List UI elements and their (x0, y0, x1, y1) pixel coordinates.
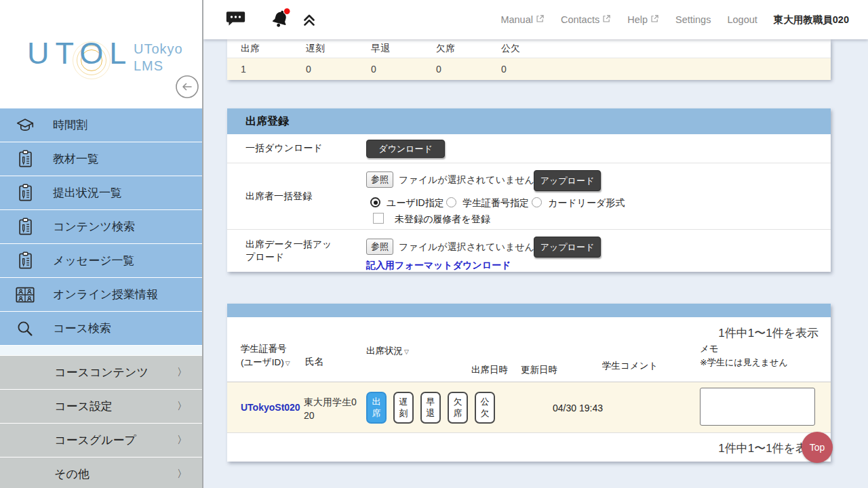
current-user-name: 東大用教職員020 (774, 14, 849, 26)
radio-card-reader[interactable] (532, 197, 542, 207)
table-row: UTokyoSt020 東大用学生020 出席 遅刻 早退 欠席 公欠 04/3… (227, 382, 831, 433)
magnifier-icon (14, 319, 37, 338)
summary-values-row: 1 0 0 0 0 (227, 58, 831, 80)
radio-student-card-number-label[interactable]: 学生証番号指定 (462, 197, 529, 209)
result-count-top: 1件中1〜1件を表示 (718, 325, 818, 341)
chevron-right-icon: 〉 (177, 400, 187, 413)
sidebar-divider-strip (0, 346, 202, 355)
notification-dot (284, 8, 290, 14)
settings-link[interactable]: Settings (675, 14, 711, 25)
upload-button[interactable]: アップロード (534, 170, 601, 191)
attendance-register-panel: 出席登録 一括ダウンロード ダウンロード 出席者一括登録 参照 ファイルが選択さ… (227, 108, 831, 272)
scroll-to-top-button[interactable]: Top (802, 432, 833, 463)
column-header-status[interactable]: 出席状況▽ (366, 344, 409, 358)
clipboard-icon (14, 217, 37, 237)
radio-user-id[interactable] (370, 197, 380, 207)
status-button-absent[interactable]: 欠席 (448, 392, 468, 424)
upload-button[interactable]: アップロード (534, 237, 601, 258)
summary-header-absent: 欠席 (422, 43, 488, 55)
double-chevron-up-icon (300, 20, 318, 30)
sidebar-item-label: 提出状況一覧 (53, 185, 122, 201)
sidebar-item-course-contents[interactable]: コースコンテンツ 〉 (0, 356, 202, 389)
logo-subtitle-line2: LMS (134, 58, 183, 75)
file-status-text: ファイルが選択されていません。 (399, 174, 544, 186)
arrow-left-circle-icon (175, 91, 199, 101)
manual-link[interactable]: Manual (500, 14, 545, 25)
sidebar-item-course-settings[interactable]: コース設定 〉 (0, 390, 202, 423)
logout-link[interactable]: Logout (727, 14, 757, 25)
summary-header-excused: 公欠 (488, 43, 553, 55)
chevron-right-icon: 〉 (177, 366, 187, 379)
help-link[interactable]: Help (627, 14, 659, 25)
logo-area: UTOL UTokyo LMS (0, 0, 202, 108)
bulk-download-label: 一括ダウンロード (227, 134, 366, 163)
column-header-comment: 学生コメント (602, 359, 658, 373)
help-link-label: Help (627, 14, 648, 25)
sidebar-item-timetable[interactable]: 時間割 (0, 108, 202, 142)
sidebar-item-materials[interactable]: 教材一覧 (0, 142, 202, 176)
download-button[interactable]: ダウンロード (366, 140, 445, 158)
settings-link-label: Settings (675, 14, 711, 25)
sidebar-item-course-group[interactable]: コースグループ 〉 (0, 424, 202, 457)
summary-value-absent: 0 (422, 64, 488, 75)
sidebar-item-messages[interactable]: メッセージ一覧 (0, 244, 202, 277)
status-button-present[interactable]: 出席 (366, 392, 387, 424)
external-link-icon (536, 14, 545, 25)
column-header-name: 氏名 (305, 355, 323, 369)
chevron-right-icon: 〉 (177, 468, 187, 481)
sidebar-subitem-label: コースコンテンツ (54, 365, 149, 380)
sort-icon: ▽ (404, 348, 409, 355)
sidebar-collapse-button[interactable] (175, 75, 199, 99)
clipboard-icon (14, 149, 37, 169)
column-header-student-id[interactable]: 学生証番号 (ユーザID)▽ (241, 342, 290, 370)
sidebar-subitem-label: コースグループ (54, 432, 136, 448)
format-download-link[interactable]: 記入用フォーマットダウンロード (366, 260, 511, 272)
sidebar-item-label: コース検索 (53, 321, 111, 336)
contacts-link-label: Contacts (561, 14, 599, 25)
chat-button[interactable] (225, 9, 246, 30)
sidebar-item-course-search[interactable]: コース検索 (0, 312, 202, 345)
sidebar-item-content-search[interactable]: コンテンツ検索 (0, 210, 202, 243)
column-header-attend-time: 出席日時 (471, 363, 508, 377)
radio-user-id-label[interactable]: ユーザID指定 (387, 197, 444, 209)
topbar-links: Manual Contacts Help Settings Logout 東大用… (500, 0, 849, 39)
student-id-link[interactable]: UTokyoSt020 (241, 402, 300, 413)
logo-subtitle-line1: UTokyo (134, 41, 183, 58)
status-button-excused[interactable]: 公欠 (475, 392, 495, 424)
memo-textarea[interactable] (700, 388, 815, 426)
summary-header-late: 遅刻 (292, 43, 357, 55)
sidebar-item-submissions[interactable]: 提出状況一覧 (0, 176, 202, 209)
chevron-right-icon: 〉 (177, 434, 187, 447)
sidebar-item-others[interactable]: その他 〉 (0, 458, 202, 488)
summary-value-present: 1 (227, 64, 292, 75)
table-header-strip (227, 304, 831, 317)
student-name: 東大用学生020 (304, 395, 361, 423)
sort-icon: ▽ (285, 360, 290, 367)
graduation-cap-icon (14, 116, 37, 134)
bulk-register-row: 出席者一括登録 参照 ファイルが選択されていません。 アップロード ユーザID指… (227, 163, 831, 230)
summary-value-late: 0 (292, 64, 357, 75)
sidebar-item-label: 教材一覧 (53, 151, 99, 167)
column-header-update-time: 更新日時 (521, 363, 557, 377)
attendance-register-title: 出席登録 (227, 108, 831, 134)
sidebar-item-online-class-info[interactable]: オンライン授業情報 (0, 278, 202, 311)
contacts-link[interactable]: Contacts (561, 14, 611, 25)
register-unregistered-checkbox[interactable] (373, 213, 384, 224)
sidebar-menu: 時間割 教材一覧 提出状況一覧 (0, 108, 202, 488)
clipboard-icon (14, 251, 37, 270)
sidebar-item-label: 時間割 (53, 117, 87, 133)
status-button-late[interactable]: 遅刻 (393, 392, 414, 424)
radio-card-reader-label[interactable]: カードリーダ形式 (548, 197, 625, 209)
external-link-icon (602, 14, 611, 25)
browse-file-button[interactable]: 参照 (366, 239, 393, 255)
bulk-register-label: 出席者一括登録 (227, 163, 366, 229)
register-unregistered-label[interactable]: 未登録の履修者を登録 (395, 214, 490, 226)
browse-file-button[interactable]: 参照 (366, 171, 393, 188)
sidebar-subitem-label: コース設定 (54, 399, 113, 414)
collapse-header-button[interactable] (300, 11, 318, 30)
sidebar-item-label: オンライン授業情報 (53, 287, 158, 302)
status-button-early-leave[interactable]: 早退 (420, 392, 441, 424)
radio-student-card-number[interactable] (446, 197, 456, 207)
notifications-button[interactable] (268, 7, 292, 33)
speech-bubble-icon (225, 20, 246, 30)
